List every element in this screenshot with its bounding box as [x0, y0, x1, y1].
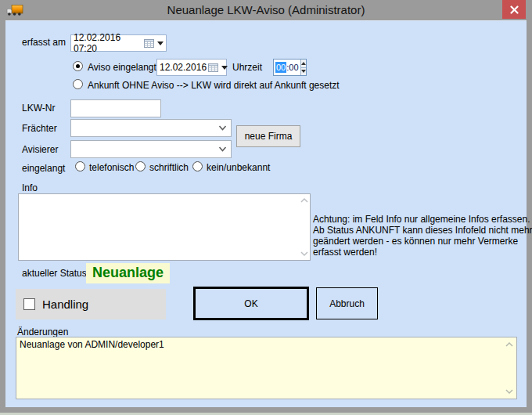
handling-checkbox[interactable] [23, 298, 35, 310]
radio-schriftlich[interactable] [135, 161, 146, 171]
avisierer-label: Avisierer [22, 144, 58, 155]
ok-label: OK [244, 298, 257, 309]
arrow-up-icon [301, 62, 306, 65]
info-label: Info [22, 182, 38, 193]
scroll-down-icon[interactable] [505, 388, 514, 395]
info-warning-text: Achtung: im Feld Info nur allgemeine Inf… [313, 214, 532, 258]
neue-firma-button[interactable]: neue Firma [236, 125, 300, 147]
uhrzeit-label: Uhrzeit [232, 62, 262, 73]
ok-button[interactable]: OK [193, 287, 309, 320]
radio-telefonisch[interactable] [75, 161, 85, 171]
fraechter-label: Frächter [22, 123, 57, 134]
erfasst-am-datepicker[interactable]: 12.02.2016 07:20 [70, 34, 167, 52]
close-icon [510, 5, 519, 14]
spinner-up-button[interactable] [301, 60, 306, 67]
chevron-down-icon [218, 125, 227, 131]
close-button[interactable] [502, 0, 526, 19]
kein-unbekannt-label: kein/unbekannt [207, 162, 270, 173]
dropdown-arrow-icon[interactable] [157, 42, 164, 45]
aviso-eingelangt-label: Aviso eingelangt [88, 62, 156, 73]
handling-label: Handling [42, 298, 88, 311]
window-title: Neuanlage LKW-Aviso (Administrator) [0, 3, 532, 16]
calendar-icon [144, 39, 154, 48]
time-spinner [300, 60, 306, 75]
eingelangt-label: eingelangt [22, 163, 65, 174]
titlebar: Neuanlage LKW-Aviso (Administrator) [0, 0, 532, 20]
arrow-down-icon [301, 70, 306, 73]
lkw-nr-input[interactable] [70, 99, 161, 117]
status-badge: Neuanlage [86, 263, 170, 283]
lkw-nr-label: LKW-Nr [22, 103, 55, 114]
info-textarea[interactable] [18, 193, 311, 261]
dropdown-arrow-icon[interactable] [221, 66, 228, 70]
handling-panel [16, 289, 166, 319]
radio-kein-unbekannt[interactable] [192, 161, 203, 171]
calendar-icon [208, 63, 218, 72]
abbruch-label: Abbruch [329, 298, 365, 309]
aktueller-status-label: aktueller Status [22, 268, 87, 279]
chevron-down-icon [218, 146, 227, 152]
aenderungen-textarea[interactable]: Neuanlage von ADMIN/developer1 [16, 337, 517, 399]
abbruch-button[interactable]: Abbruch [316, 287, 378, 319]
scroll-down-icon[interactable] [300, 251, 309, 257]
aviso-datepicker[interactable]: 12.02.2016 [156, 59, 227, 76]
fraechter-combobox[interactable] [70, 119, 232, 137]
neue-firma-label: neue Firma [245, 131, 293, 142]
schriftlich-label: schriftlich [149, 162, 189, 173]
erfasst-am-value: 12.02.2016 07:20 [74, 32, 142, 54]
uhrzeit-minutes[interactable]: 00 [289, 63, 298, 72]
scroll-up-icon[interactable] [300, 197, 309, 204]
erfasst-am-label: erfasst am [22, 37, 66, 48]
radio-aviso-eingelangt[interactable] [73, 61, 83, 71]
scroll-up-icon[interactable] [505, 341, 514, 348]
uhrzeit-timepicker[interactable]: 00:00 [273, 59, 307, 76]
radio-ankunft-ohne-aviso[interactable] [73, 79, 83, 89]
avisierer-combobox[interactable] [70, 140, 232, 158]
aenderungen-label: Änderungen [17, 327, 68, 337]
aviso-date-value: 12.02.2016 [160, 62, 207, 73]
telefonisch-label: telefonisch [89, 162, 134, 173]
ankunft-ohne-aviso-label: Ankunft OHNE Aviso --> LKW wird direkt a… [88, 80, 340, 91]
uhrzeit-hours[interactable]: 00 [275, 62, 286, 73]
dialog-window: Neuanlage LKW-Aviso (Administrator) erfa… [0, 0, 532, 415]
spinner-down-button[interactable] [301, 67, 306, 76]
